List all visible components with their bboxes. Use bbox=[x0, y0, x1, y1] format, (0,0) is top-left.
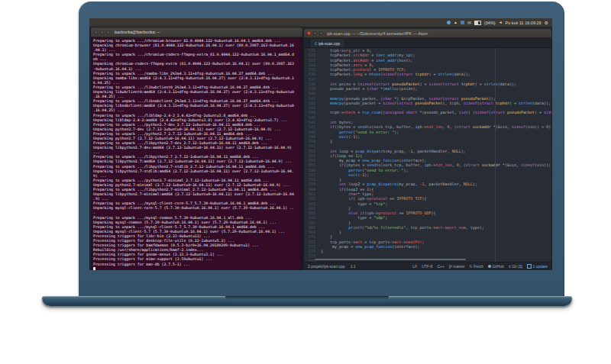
terminal-line: Unpacking samba-libs:amd64 (2:4.3.11+dfs… bbox=[93, 76, 300, 81]
atom-tab-bar: C ipk-scan.cpp bbox=[304, 38, 551, 48]
status-git-changes[interactable]: ±Git (3) bbox=[509, 264, 522, 269]
atom-title: ipk-scan.cpp — ~/Dokumenty/4.semester/IP… bbox=[327, 31, 428, 36]
terminal-titlebar[interactable]: barborka@barborka: ~ bbox=[91, 27, 302, 37]
terminal-line: Unpacking libwbclient0:amd64 (2:4.3.11+d… bbox=[93, 90, 300, 95]
tab-label: ipk-scan.cpp bbox=[318, 41, 340, 46]
terminal-line: Unpacking mysql-common (5.7.30-0ubuntu0.… bbox=[93, 221, 300, 225]
terminal-line: Unpacking mysql-client-core-5.7 (5.7.30-… bbox=[93, 206, 300, 211]
wrap-guide bbox=[495, 48, 496, 262]
update-icon bbox=[527, 264, 532, 269]
horizontal-scrollbar[interactable] bbox=[315, 259, 466, 260]
power-gear-icon[interactable]: ⚙ bbox=[545, 21, 548, 25]
line-number: 575 bbox=[304, 259, 315, 262]
terminal-minimize-button[interactable] bbox=[100, 31, 104, 34]
status-git-branch[interactable]: master bbox=[449, 264, 465, 269]
code-editor[interactable]: 5315325335345355365375385395405415425435… bbox=[304, 48, 551, 262]
terminal-line: Unpacking chromium-codecs-ffmpeg-extra (… bbox=[93, 62, 300, 66]
system-top-panel: ▲ ✉ (34%) ◄ Po kvě 11 16:09:29 ⚙ bbox=[89, 18, 552, 27]
terminal-close-button[interactable] bbox=[94, 31, 98, 34]
code-line: tcph->check = tcp_csum((unsigned short *… bbox=[321, 110, 551, 114]
terminal-line: Unpacking libldap-2.4-2:amd64 (2.4.42+df… bbox=[93, 118, 300, 123]
code-line: memcpy(pseudo_packet + sizeof(struct pse… bbox=[321, 101, 551, 105]
app-indicator-icon[interactable] bbox=[447, 21, 451, 24]
atom-window: ipk-scan.cpp — ~/Dokumenty/4.semester/IP… bbox=[304, 29, 551, 270]
terminal-line: Unpacking chromium-browser (81.0.4044.12… bbox=[93, 43, 300, 48]
terminal-line: Unpacking libpython2.7:amd64 (2.7.12-1ub… bbox=[93, 159, 300, 164]
volume-icon[interactable]: ◄ bbox=[499, 21, 503, 24]
branch-icon bbox=[449, 265, 452, 269]
line-number-gutter: 5315325335345355365375385395405415425435… bbox=[304, 48, 317, 262]
screen: ▲ ✉ (34%) ◄ Po kvě 11 16:09:29 ⚙ barbork… bbox=[89, 18, 552, 270]
laptop-lid-notch bbox=[225, 296, 389, 301]
atom-titlebar[interactable]: ipk-scan.cpp — ~/Dokumenty/4.semester/IP… bbox=[304, 29, 551, 38]
cpp-file-icon: C bbox=[315, 41, 317, 46]
github-icon bbox=[488, 265, 491, 268]
battery-percentage[interactable]: (34%) bbox=[484, 21, 496, 25]
atom-minimize-button[interactable] bbox=[313, 31, 317, 35]
terminal-line: Unpacking python2.7-dev (2.7.12-1ubuntu0… bbox=[93, 127, 300, 132]
terminal-cursor bbox=[93, 267, 95, 270]
status-file-path[interactable]: 2.projekt/ipk-scan.cpp bbox=[308, 264, 345, 269]
git-diff-icon: ± bbox=[509, 264, 511, 269]
status-grammar[interactable]: C++ bbox=[437, 264, 444, 269]
terminal-title: barborka@barborka: ~ bbox=[115, 30, 160, 34]
status-github[interactable]: GitHub bbox=[488, 264, 504, 269]
atom-close-button[interactable] bbox=[307, 31, 311, 35]
terminal-line: Unpacking libpython2.7-stdlib:amd64 (2.7… bbox=[93, 169, 300, 174]
status-encoding[interactable]: UTF-8 bbox=[422, 264, 432, 269]
terminal-line: Unpacking libpython2.7-dev:amd64 (2.7.12… bbox=[93, 146, 300, 150]
clock[interactable]: Po kvě 11 16:09:29 bbox=[506, 21, 541, 25]
status-fetch[interactable]: ↻Fetch bbox=[470, 264, 483, 269]
refresh-icon: ↻ bbox=[470, 264, 473, 269]
terminal-line: Unpacking libsmbclient:amd64 (2:4.3.11+d… bbox=[93, 104, 300, 108]
terminal-line: Preparing to unpack .../chromium-codecs-… bbox=[93, 53, 300, 57]
status-cursor-position[interactable]: 1:1 bbox=[351, 264, 356, 269]
terminal-maximize-button[interactable] bbox=[106, 31, 110, 34]
wifi-icon[interactable]: ▲ bbox=[454, 21, 457, 24]
tab-ipk-scan-cpp[interactable]: C ipk-scan.cpp bbox=[309, 39, 345, 47]
terminal-output[interactable]: Preparing to unpack .../chromium-browser… bbox=[91, 37, 302, 270]
code-column: tcph->urg_ptr = 0; tcpPacket.srcAddr = i… bbox=[317, 48, 551, 262]
terminal-line: Preparing to unpack .../libpython2.7-std… bbox=[93, 165, 300, 169]
terminal-prompt-line bbox=[93, 267, 300, 270]
laptop-base bbox=[42, 296, 572, 306]
laptop-lid: ▲ ✉ (34%) ◄ Po kvě 11 16:09:29 ⚙ barbork… bbox=[79, 2, 564, 296]
terminal-line: Unpacking libpython2.7-minimal:amd64 (2.… bbox=[93, 192, 300, 197]
atom-status-bar: 2.projekt/ipk-scan.cpp 1:1 LF UTF-8 C++ … bbox=[304, 262, 551, 270]
terminal-line: Preparing to unpack .../samba-libs_2%3a4… bbox=[93, 72, 300, 76]
terminal-line: Preparing to unpack .../python2.7-minima… bbox=[93, 179, 300, 183]
keyboard-indicator-icon[interactable] bbox=[461, 21, 464, 24]
status-updates[interactable]: 1 update bbox=[527, 264, 548, 269]
atom-maximize-button[interactable] bbox=[319, 31, 323, 35]
status-line-ending[interactable]: LF bbox=[412, 264, 417, 269]
terminal-window: barborka@barborka: ~ Preparing to unpack… bbox=[91, 27, 302, 270]
laptop-mockup: ▲ ✉ (34%) ◄ Po kvě 11 16:09:29 ⚙ barbork… bbox=[0, 0, 611, 364]
messages-envelope-icon[interactable]: ✉ bbox=[467, 21, 471, 25]
battery-icon[interactable] bbox=[474, 21, 481, 25]
